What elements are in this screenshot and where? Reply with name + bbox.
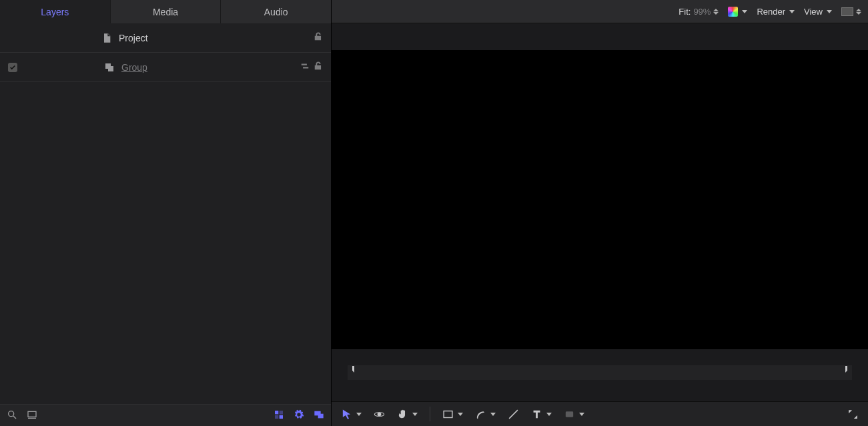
orbit-tool[interactable] — [374, 409, 385, 420]
layer-row-project[interactable]: Project — [0, 23, 331, 53]
svg-rect-7 — [280, 415, 283, 418]
left-panel: Layers Media Audio Project — [0, 0, 332, 426]
tab-media[interactable]: Media — [111, 0, 222, 23]
layout-stepper[interactable] — [856, 9, 861, 15]
in-marker-icon[interactable] — [350, 364, 358, 377]
svg-rect-9 — [318, 413, 324, 418]
chevron-down-icon — [742, 10, 747, 13]
chevron-down-icon — [546, 413, 552, 416]
chevron-down-icon — [490, 413, 496, 416]
viewer-toolbar — [332, 401, 868, 426]
frame-icon[interactable] — [27, 409, 37, 422]
svg-rect-5 — [280, 411, 283, 414]
out-marker-icon[interactable] — [841, 364, 849, 377]
chevron-down-icon — [827, 10, 832, 13]
tab-audio[interactable]: Audio — [221, 0, 331, 23]
layers-empty-area — [0, 82, 331, 404]
layout-icon — [841, 7, 853, 16]
rectangle-tool[interactable] — [442, 409, 463, 420]
group-icon — [103, 62, 116, 73]
checker-icon[interactable] — [274, 409, 284, 422]
search-icon[interactable] — [7, 409, 17, 422]
layer-row-group[interactable]: Group — [0, 53, 331, 82]
timeline-track[interactable] — [348, 365, 852, 380]
tab-layers[interactable]: Layers — [0, 0, 111, 23]
canvas[interactable] — [332, 50, 868, 349]
screens-icon[interactable] — [314, 409, 324, 422]
mask-tool[interactable] — [564, 409, 584, 420]
fit-value: 99% — [693, 7, 711, 17]
fit-control[interactable]: Fit: 99% — [679, 7, 719, 17]
tab-bar: Layers Media Audio — [0, 0, 331, 23]
layer-label: Group — [121, 62, 147, 73]
svg-point-10 — [378, 412, 382, 416]
render-label: Render — [757, 7, 785, 17]
color-channel-menu[interactable] — [728, 7, 747, 17]
tab-label: Layers — [41, 7, 69, 17]
svg-rect-3 — [28, 411, 36, 417]
color-wheel-icon — [728, 7, 738, 17]
svg-rect-1 — [108, 66, 113, 71]
chevron-down-icon — [579, 413, 584, 416]
chevron-down-icon — [356, 413, 362, 416]
mini-timeline[interactable] — [332, 349, 868, 401]
svg-rect-13 — [566, 411, 573, 417]
text-tool[interactable] — [531, 409, 552, 420]
svg-rect-6 — [275, 415, 278, 418]
pen-tool[interactable] — [475, 409, 496, 420]
left-footer — [0, 404, 331, 426]
page-icon — [100, 33, 113, 43]
layout-menu[interactable] — [841, 7, 861, 16]
tab-label: Media — [153, 7, 178, 17]
layer-label: Project — [119, 33, 314, 43]
svg-rect-4 — [275, 411, 278, 414]
stack-icon[interactable] — [300, 61, 310, 73]
svg-point-2 — [9, 411, 14, 416]
canvas-area — [332, 23, 868, 401]
hand-tool[interactable] — [397, 409, 418, 420]
chevron-down-icon — [412, 413, 418, 416]
tab-label: Audio — [264, 7, 288, 17]
svg-rect-12 — [444, 411, 452, 417]
chevron-down-icon — [789, 10, 795, 13]
separator — [430, 407, 430, 421]
visibility-checkbox[interactable] — [8, 63, 17, 72]
chevron-down-icon — [458, 413, 463, 416]
lock-icon[interactable] — [314, 61, 323, 73]
render-menu[interactable]: Render — [757, 7, 795, 17]
arrow-tool[interactable] — [341, 409, 362, 420]
right-panel: Fit: 99% Render View — [332, 0, 868, 426]
gear-icon[interactable] — [294, 409, 304, 422]
view-menu[interactable]: View — [804, 7, 832, 17]
line-tool[interactable] — [508, 409, 519, 420]
expand-icon[interactable] — [847, 409, 859, 420]
viewer-topbar: Fit: 99% Render View — [332, 0, 868, 23]
fit-stepper[interactable] — [713, 9, 719, 15]
view-label: View — [804, 7, 823, 17]
lock-icon[interactable] — [314, 32, 323, 43]
fit-label: Fit: — [679, 7, 691, 17]
